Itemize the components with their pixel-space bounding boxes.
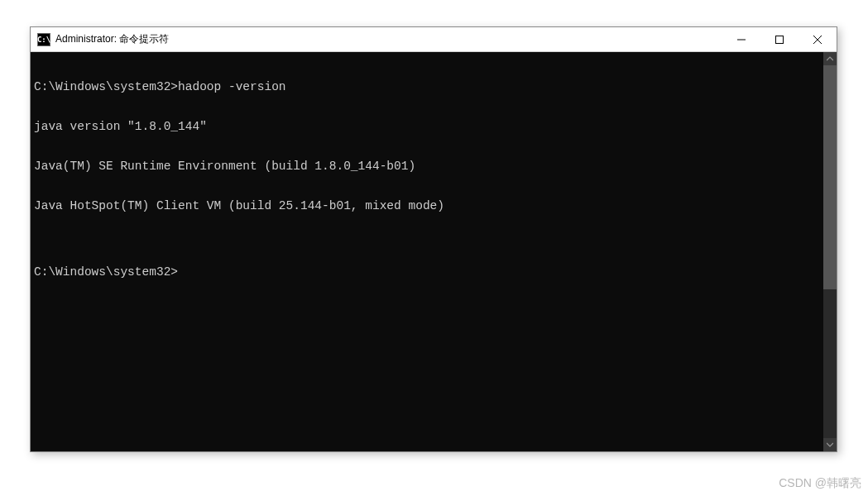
terminal-output[interactable]: C:\Windows\system32>hadoop -version java… [31, 52, 823, 451]
vertical-scrollbar[interactable] [823, 52, 837, 451]
chevron-down-icon [827, 442, 833, 447]
window-controls [722, 27, 837, 51]
chevron-up-icon [827, 56, 833, 61]
terminal-line: Java(TM) SE Runtime Environment (build 1… [34, 160, 820, 173]
command-prompt-window: C:\ Administrator: 命令提示符 C:\W [30, 26, 837, 452]
scroll-track[interactable] [823, 65, 837, 438]
scroll-thumb[interactable] [823, 65, 837, 289]
watermark: CSDN @韩曙亮 [779, 476, 861, 491]
maximize-icon [775, 36, 784, 44]
terminal-line: Java HotSpot(TM) Client VM (build 25.144… [34, 199, 820, 212]
terminal-area: C:\Windows\system32>hadoop -version java… [31, 52, 837, 451]
cmd-icon: C:\ [37, 33, 50, 46]
titlebar[interactable]: C:\ Administrator: 命令提示符 [31, 27, 837, 52]
scroll-up-button[interactable] [823, 52, 837, 65]
scroll-down-button[interactable] [823, 438, 837, 451]
close-button[interactable] [798, 27, 837, 51]
svg-rect-1 [776, 36, 784, 43]
minimize-button[interactable] [722, 27, 760, 51]
close-icon [813, 36, 822, 44]
maximize-button[interactable] [760, 27, 798, 51]
terminal-line: java version "1.8.0_144" [34, 120, 820, 133]
terminal-prompt: C:\Windows\system32> [34, 265, 820, 279]
minimize-icon [737, 36, 746, 44]
terminal-line: C:\Windows\system32>hadoop -version [34, 80, 820, 93]
window-title: Administrator: 命令提示符 [55, 32, 722, 46]
